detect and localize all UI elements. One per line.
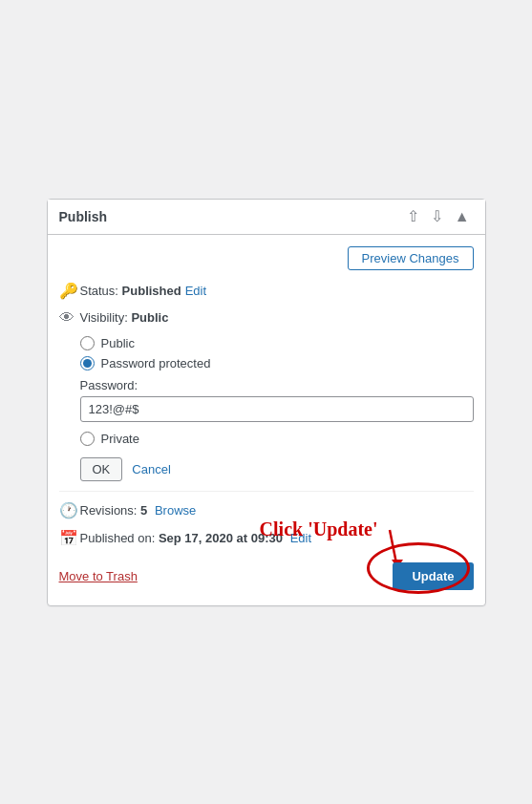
revisions-icon: 🕐 — [59, 501, 80, 519]
radio-private[interactable]: Private — [80, 432, 474, 446]
visibility-row: 👁 Visibility: Public — [59, 309, 474, 327]
radio-group: Public Password protected — [80, 336, 474, 370]
move-to-trash-link[interactable]: Move to Trash — [59, 569, 138, 583]
divider-1 — [59, 491, 474, 492]
password-input[interactable] — [80, 396, 474, 422]
key-icon: 🔑 — [59, 282, 80, 300]
action-row: OK Cancel — [80, 457, 474, 481]
revisions-label: Revisions: — [80, 503, 141, 518]
panel-title: Publish — [59, 209, 403, 224]
update-button[interactable]: Update — [393, 562, 473, 590]
status-text: Status: PublishedEdit — [80, 284, 207, 298]
status-edit-link[interactable]: Edit — [185, 284, 206, 298]
status-value: Published — [122, 284, 181, 298]
radio-private-label: Private — [101, 432, 139, 446]
published-on-row: 📅 Published on: Sep 17, 2020 at 09:30 Ed… — [59, 529, 474, 547]
password-section: Password: — [80, 378, 474, 422]
panel-body: Preview Changes 🔑 Status: PublishedEdit … — [48, 235, 485, 605]
radio-password-label: Password protected — [101, 356, 211, 370]
published-on-edit-link[interactable]: Edit — [290, 531, 311, 545]
revisions-row: 🕐 Revisions: 5 Browse — [59, 501, 474, 519]
published-on-label: Published on: — [80, 531, 159, 545]
cancel-link[interactable]: Cancel — [132, 462, 170, 476]
password-label: Password: — [80, 378, 474, 392]
revisions-count: 5 — [140, 503, 147, 518]
published-on-text: Published on: Sep 17, 2020 at 09:30 Edit — [80, 531, 312, 545]
collapse-down-icon[interactable]: ⇩ — [427, 207, 447, 226]
ok-button[interactable]: OK — [80, 457, 123, 481]
collapse-up-icon[interactable]: ⇧ — [403, 207, 423, 226]
radio-password-protected[interactable]: Password protected — [80, 356, 474, 370]
visibility-text: Visibility: Public — [80, 310, 169, 325]
preview-row: Preview Changes — [59, 246, 474, 270]
update-wrapper: Update — [393, 562, 473, 590]
revisions-browse-link[interactable]: Browse — [155, 503, 196, 518]
panel-header: Publish ⇧ ⇩ ▲ — [48, 200, 485, 235]
revisions-text: Revisions: 5 Browse — [80, 503, 197, 518]
published-on-date: Sep 17, 2020 at 09:30 — [159, 531, 283, 545]
radio-private-group: Private — [80, 432, 474, 446]
annotation-area: Click 'Update' Update — [393, 562, 473, 590]
radio-public-input[interactable] — [80, 336, 95, 350]
radio-private-input[interactable] — [80, 432, 95, 446]
visibility-label: Visibility: — [80, 310, 132, 325]
status-label: Status: — [80, 284, 122, 298]
radio-password-input[interactable] — [80, 356, 95, 370]
calendar-icon: 📅 — [59, 529, 80, 547]
radio-public[interactable]: Public — [80, 336, 474, 350]
visibility-value: Public — [131, 310, 168, 325]
status-row: 🔑 Status: PublishedEdit — [59, 282, 474, 300]
move-up-icon[interactable]: ▲ — [451, 207, 474, 226]
radio-public-label: Public — [101, 336, 135, 350]
footer-row: Move to Trash Click 'Update' Update — [59, 559, 474, 590]
eye-icon: 👁 — [59, 309, 80, 327]
header-icons: ⇧ ⇩ ▲ — [403, 207, 474, 226]
publish-panel: Publish ⇧ ⇩ ▲ Preview Changes 🔑 Status: … — [47, 199, 486, 606]
preview-changes-button[interactable]: Preview Changes — [348, 246, 474, 270]
